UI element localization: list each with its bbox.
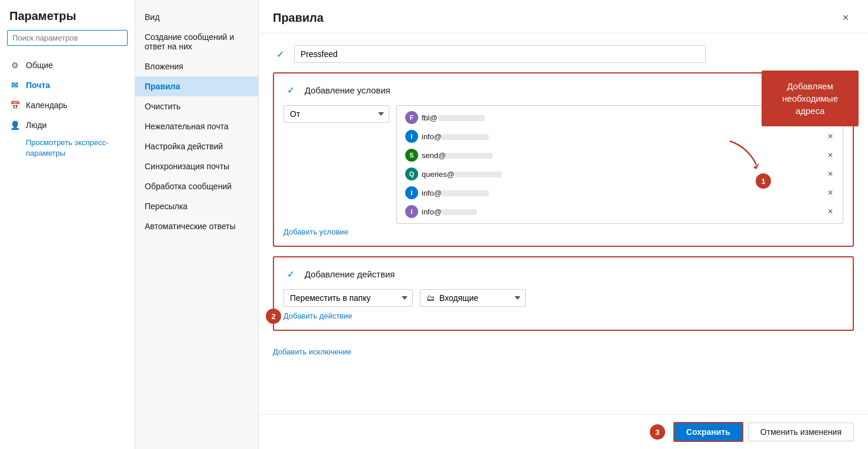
left-sidebar: Параметры ⚙ Общие ✉ Почта 📅 Календарь 👤 … <box>0 0 135 449</box>
step-badge-2: 2 <box>266 309 281 324</box>
rule-name-row: ✓ <box>273 45 854 63</box>
avatar-info1: I <box>405 130 418 143</box>
rule-name-input[interactable] <box>294 45 706 63</box>
sidebar-title: Параметры <box>0 9 135 30</box>
gear-icon: ⚙ <box>9 60 20 71</box>
dialog-footer: 3 Сохранить Отменить изменения <box>259 414 868 449</box>
add-action-link[interactable]: Добавить действие <box>283 307 843 320</box>
avatar-queries: Q <box>405 167 418 180</box>
action-row: Переместить в папку 🗂 Входящие <box>283 289 843 307</box>
submenu-forwarding[interactable]: Пересылка <box>135 196 258 216</box>
folder-icon: 🗂 <box>426 293 435 303</box>
people-icon: 👤 <box>9 120 20 130</box>
submenu-rules[interactable]: Правила <box>135 76 258 96</box>
sidebar-item-label-mail: Почта <box>26 81 50 90</box>
tag-close-queries[interactable]: ✕ <box>826 170 834 178</box>
action-title: Добавление действия <box>305 269 395 279</box>
email-text-info3: info@ <box>422 207 823 216</box>
avatar-send: S <box>405 149 418 162</box>
avatar-info3: I <box>405 205 418 218</box>
action-section: 2 ✓ Добавление действия Переместить в па… <box>273 256 854 331</box>
avatar-fbl: F <box>405 111 418 124</box>
footer-badge-area: 3 Сохранить Отменить изменения <box>673 422 854 442</box>
folder-name: Входящие <box>439 293 478 303</box>
search-input[interactable] <box>7 30 128 46</box>
folder-select[interactable]: 🗂 Входящие <box>420 289 526 307</box>
tag-close-send[interactable]: ✕ <box>826 151 834 159</box>
email-text-info2: info@ <box>422 189 823 197</box>
condition-type-select[interactable]: От <box>283 105 389 123</box>
email-tag-queries: Q queries@ ✕ <box>402 166 838 182</box>
main-content: Правила × ✓ ✓ Добавление условия От F <box>259 0 868 449</box>
tag-close-info3[interactable]: ✕ <box>826 207 834 216</box>
sidebar-item-label-general: Общие <box>26 61 53 70</box>
save-button[interactable]: Сохранить <box>673 422 743 442</box>
dialog-header: Правила × <box>259 0 868 33</box>
annotation-box: Добавляем необходимые адреса <box>762 71 859 126</box>
sidebar-item-general[interactable]: ⚙ Общие <box>0 55 135 75</box>
email-tag-info3: I info@ ✕ <box>402 203 838 220</box>
sidebar-item-label-people: Люди <box>26 120 46 130</box>
annotation-text: Добавляем необходимые адреса <box>782 81 838 116</box>
sidebar-item-label-calendar: Календарь <box>26 100 68 110</box>
avatar-info2: I <box>405 186 418 199</box>
action-type-select[interactable]: Переместить в папку <box>283 289 413 307</box>
submenu-sync[interactable]: Синхронизация почты <box>135 156 258 176</box>
cancel-button[interactable]: Отменить изменения <box>748 423 854 441</box>
condition-title: Добавление условия <box>305 85 390 95</box>
submenu-junk[interactable]: Нежелательная почта <box>135 116 258 136</box>
dialog-title: Правила <box>273 11 323 25</box>
email-tag-info1: I info@ ✕ <box>402 128 838 145</box>
step-badge-3: 3 <box>650 424 665 440</box>
submenu-actions[interactable]: Настройка действий <box>135 136 258 156</box>
mid-sidebar: Вид Создание сообщений и ответ на них Вл… <box>135 0 259 449</box>
step-badge-1: 1 <box>756 173 771 189</box>
condition-header: ✓ Добавление условия <box>283 83 843 97</box>
action-check-icon[interactable]: ✓ <box>283 267 298 281</box>
add-condition-link[interactable]: Добавить условие <box>283 224 843 236</box>
annotation-arrow <box>724 135 765 172</box>
calendar-icon: 📅 <box>9 100 20 110</box>
sidebar-item-people[interactable]: 👤 Люди <box>0 115 135 135</box>
condition-check-icon[interactable]: ✓ <box>283 83 298 97</box>
close-button[interactable]: × <box>837 9 854 26</box>
rule-name-check-icon[interactable]: ✓ <box>273 47 287 61</box>
express-settings-link[interactable]: Просмотреть экспресс-параметры <box>0 135 135 161</box>
mail-icon: ✉ <box>9 80 20 91</box>
email-tag-send: S send@ ✕ <box>402 147 838 163</box>
action-header: ✓ Добавление действия <box>283 267 843 281</box>
email-tag-info2: I info@ ✕ <box>402 185 838 201</box>
submenu-view[interactable]: Вид <box>135 7 258 27</box>
submenu-compose[interactable]: Создание сообщений и ответ на них <box>135 27 258 56</box>
tag-close-info1[interactable]: ✕ <box>826 132 834 140</box>
sidebar-item-mail[interactable]: ✉ Почта <box>0 75 135 95</box>
submenu-processing[interactable]: Обработка сообщений <box>135 176 258 196</box>
submenu-autoreply[interactable]: Автоматические ответы <box>135 216 258 236</box>
tag-close-info2[interactable]: ✕ <box>826 189 834 197</box>
submenu-cleanup[interactable]: Очистить <box>135 96 258 116</box>
sidebar-item-calendar[interactable]: 📅 Календарь <box>0 95 135 115</box>
submenu-attachments[interactable]: Вложения <box>135 56 258 76</box>
add-exception-link[interactable]: Добавить исключение <box>273 340 351 361</box>
